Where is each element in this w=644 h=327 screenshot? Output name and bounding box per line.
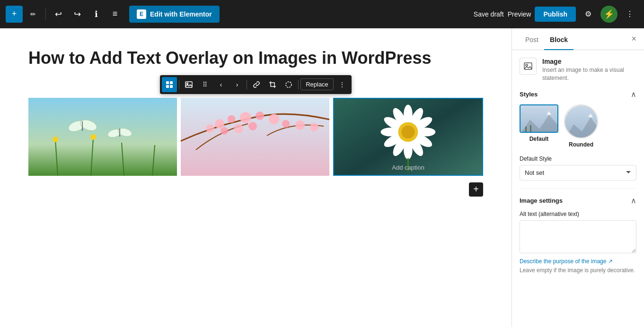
gallery-image-1[interactable] bbox=[28, 98, 177, 176]
add-block-button[interactable]: + bbox=[469, 182, 483, 197]
style-option-default[interactable]: Default bbox=[520, 104, 558, 148]
svg-rect-55 bbox=[530, 125, 531, 133]
add-block-toolbar-button[interactable]: + bbox=[6, 6, 23, 23]
default-style-select[interactable]: Not set Default Rounded bbox=[520, 165, 636, 181]
publish-button[interactable]: Publish bbox=[535, 7, 576, 22]
svg-rect-1 bbox=[170, 81, 173, 84]
sidebar-tabs: Post Block × bbox=[512, 28, 644, 50]
svg-point-26 bbox=[282, 120, 290, 128]
butterfly-image-svg bbox=[28, 98, 177, 176]
gallery-icon bbox=[166, 81, 173, 88]
styles-section-header: Styles ∧ bbox=[520, 90, 636, 99]
post-title: How to Add Text Overlay on Images in Wor… bbox=[28, 47, 483, 69]
tools-button[interactable]: ✏ bbox=[25, 6, 42, 23]
save-draft-button[interactable]: Save draft bbox=[474, 10, 504, 18]
next-button[interactable]: › bbox=[229, 77, 245, 92]
svg-point-50 bbox=[526, 64, 528, 66]
style-thumb-default bbox=[520, 104, 558, 133]
image-caption[interactable]: Add caption bbox=[392, 164, 424, 171]
alt-text-hint: Leave empty if the image is purely decor… bbox=[520, 267, 636, 275]
svg-rect-20 bbox=[181, 98, 329, 176]
svg-point-30 bbox=[234, 124, 243, 133]
styles-title: Styles bbox=[520, 91, 538, 98]
image-settings-header: Image settings ∧ bbox=[520, 196, 636, 205]
default-style-row: Default Style Not set Default Rounded bbox=[520, 155, 636, 181]
image-icon-button[interactable] bbox=[181, 77, 196, 92]
image-toolbar-wrap: ⠿ ‹ › bbox=[160, 75, 352, 94]
main-toolbar: + ✏ ↩ ↪ ℹ ≡ E Edit with Elementor Save d… bbox=[0, 0, 644, 28]
svg-rect-54 bbox=[525, 127, 527, 133]
block-description: Insert an image to make a visual stateme… bbox=[542, 66, 636, 82]
svg-point-24 bbox=[256, 112, 264, 120]
edit-elementor-label: Edit with Elementor bbox=[150, 10, 212, 18]
image-settings-title: Image settings bbox=[520, 197, 563, 204]
alt-text-input[interactable] bbox=[520, 220, 636, 253]
svg-point-12 bbox=[53, 137, 58, 142]
sidebar-content: Image Insert an image to make a visual s… bbox=[512, 50, 644, 327]
preview-button[interactable]: Preview bbox=[508, 10, 531, 18]
rounded-style-preview bbox=[565, 105, 598, 138]
style-option-rounded[interactable]: Rounded bbox=[564, 104, 598, 148]
toolbar-divider-3 bbox=[298, 80, 299, 89]
settings-icon-button[interactable]: ⚙ bbox=[580, 6, 597, 23]
crop-icon bbox=[269, 81, 276, 88]
undo-button[interactable]: ↩ bbox=[50, 6, 67, 23]
more-options-button[interactable]: ⋮ bbox=[621, 6, 638, 23]
describe-purpose-link[interactable]: Describe the purpose of the image ↗ bbox=[520, 258, 636, 265]
gallery-image-2[interactable] bbox=[181, 98, 329, 176]
tab-post[interactable]: Post bbox=[520, 28, 544, 50]
prev-button[interactable]: ‹ bbox=[213, 77, 229, 92]
block-info-text: Image Insert an image to make a visual s… bbox=[542, 58, 636, 82]
svg-point-25 bbox=[269, 114, 279, 124]
replace-button[interactable]: Replace bbox=[300, 78, 334, 90]
svg-point-23 bbox=[240, 112, 251, 123]
elementor-logo: E bbox=[137, 9, 146, 19]
alt-text-label: Alt text (alternative text) bbox=[520, 211, 636, 217]
tab-block[interactable]: Block bbox=[544, 28, 573, 50]
sidebar-close-button[interactable]: × bbox=[631, 28, 636, 50]
styles-section: Styles ∧ bbox=[520, 90, 636, 181]
svg-point-32 bbox=[310, 123, 318, 131]
image-block-icon bbox=[523, 61, 533, 71]
right-sidebar: Post Block × Image Insert an image to ma… bbox=[512, 28, 644, 327]
section-divider bbox=[520, 188, 636, 189]
edit-elementor-button[interactable]: E Edit with Elementor bbox=[129, 6, 220, 23]
redo-button[interactable]: ↪ bbox=[69, 6, 86, 23]
select-icon bbox=[285, 81, 292, 88]
default-style-preview bbox=[520, 105, 558, 133]
link-button[interactable] bbox=[249, 77, 264, 92]
svg-point-21 bbox=[215, 119, 224, 129]
image-gallery: Add caption bbox=[28, 98, 483, 176]
svg-point-22 bbox=[228, 115, 235, 123]
select-button[interactable] bbox=[281, 77, 296, 92]
block-name: Image bbox=[542, 58, 636, 65]
image-settings-collapse-button[interactable]: ∧ bbox=[631, 196, 636, 205]
image-floating-toolbar: ⠿ ‹ › bbox=[28, 75, 483, 94]
toolbar-divider-1 bbox=[45, 9, 46, 20]
image-block: ⠿ ‹ › bbox=[28, 98, 483, 176]
svg-point-13 bbox=[90, 134, 96, 140]
svg-rect-4 bbox=[185, 82, 192, 87]
default-style-label: Default Style bbox=[520, 155, 636, 162]
info-button[interactable]: ℹ bbox=[88, 6, 105, 23]
svg-point-31 bbox=[248, 122, 257, 130]
alt-text-row: Alt text (alternative text) Describe the… bbox=[520, 211, 636, 275]
style-thumb-rounded bbox=[564, 104, 598, 138]
toolbar-right: Save draft Preview Publish ⚙ ⚡ ⋮ bbox=[474, 6, 638, 23]
gallery-view-button[interactable] bbox=[162, 77, 177, 92]
list-view-button[interactable]: ≡ bbox=[106, 6, 124, 23]
image-settings-section: Image settings ∧ Alt text (alternative t… bbox=[520, 196, 636, 275]
more-button[interactable]: ⋮ bbox=[335, 77, 350, 92]
svg-point-28 bbox=[206, 124, 214, 133]
drag-handle-button[interactable]: ⠿ bbox=[197, 77, 212, 92]
link-icon bbox=[253, 81, 260, 88]
crop-button[interactable] bbox=[265, 77, 280, 92]
svg-rect-49 bbox=[524, 63, 532, 69]
svg-point-27 bbox=[295, 120, 305, 130]
style-label-rounded: Rounded bbox=[569, 141, 593, 148]
svg-rect-0 bbox=[166, 81, 169, 84]
styles-collapse-button[interactable]: ∧ bbox=[631, 90, 636, 99]
svg-point-47 bbox=[402, 125, 415, 138]
gallery-image-3[interactable]: Add caption bbox=[333, 98, 483, 176]
bolt-icon-button[interactable]: ⚡ bbox=[600, 6, 618, 23]
